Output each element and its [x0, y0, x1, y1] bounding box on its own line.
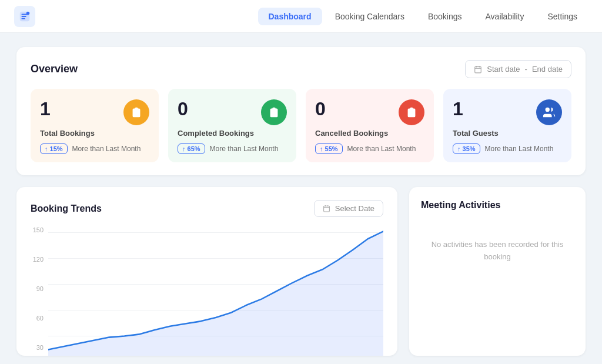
activities-card: Meeting Activities No activities has bee… — [409, 187, 586, 356]
chart-area: 150 120 90 60 30 — [31, 226, 383, 356]
total-bookings-badge: ↑ 15% — [40, 143, 68, 154]
svg-rect-2 — [475, 66, 481, 73]
cancelled-bookings-label: Cancelled Bookings — [315, 129, 424, 138]
stat-card-inner-completed: 0 — [178, 99, 287, 125]
completed-bookings-badge: ↑ 65% — [178, 143, 205, 154]
total-guests-label: Total Guests — [453, 129, 562, 138]
cancelled-bookings-more: More than Last Month — [347, 145, 416, 153]
y-label-30: 30 — [31, 344, 48, 351]
stat-card-completed-bookings: 0 Completed Bookings ↑ 65% More than Las… — [168, 89, 296, 162]
total-guests-value: 1 — [453, 99, 463, 118]
total-bookings-icon — [123, 99, 149, 125]
svg-point-1 — [26, 11, 30, 15]
date-separator: - — [525, 65, 527, 74]
svg-rect-6 — [323, 206, 329, 212]
total-bookings-footer: ↑ 15% More than Last Month — [40, 143, 149, 154]
bottom-row: Booking Trends Select Date 150 120 90 60… — [16, 187, 586, 356]
stat-card-total-bookings: 1 Total Bookings ↑ 15% More than Last Mo… — [31, 89, 159, 162]
completed-bookings-icon — [261, 99, 287, 125]
cancelled-bookings-icon — [399, 99, 424, 125]
trends-card: Booking Trends Select Date 150 120 90 60… — [16, 187, 397, 356]
total-guests-icon — [536, 99, 562, 125]
total-bookings-more: More than Last Month — [72, 145, 141, 153]
main-content: Overview Start date - End date 1 — [0, 33, 602, 364]
completed-bookings-more: More than Last Month — [210, 145, 279, 153]
date-end-placeholder: End date — [532, 65, 563, 74]
stat-card-inner-cancelled: 0 — [315, 99, 424, 125]
app-logo — [14, 6, 35, 27]
chart-svg — [48, 226, 383, 356]
cancelled-bookings-value: 0 — [315, 99, 326, 118]
total-guests-footer: ↑ 35% More than Last Month — [453, 143, 562, 154]
y-label-150: 150 — [31, 226, 48, 233]
y-label-90: 90 — [31, 285, 48, 292]
cancelled-bookings-footer: ↑ 55% More than Last Month — [315, 143, 424, 154]
cancelled-bookings-badge: ↑ 55% — [315, 143, 343, 154]
y-label-60: 60 — [31, 315, 48, 322]
total-bookings-label: Total Bookings — [40, 129, 149, 138]
total-guests-badge: ↑ 35% — [453, 143, 480, 154]
calendar-icon — [474, 65, 482, 74]
nav-item-booking-calendars[interactable]: Booking Calendars — [325, 8, 415, 25]
svg-marker-15 — [48, 231, 383, 356]
chart-y-labels: 150 120 90 60 30 — [31, 226, 48, 356]
overview-title: Overview — [31, 63, 78, 75]
calendar-small-icon — [323, 205, 330, 212]
main-nav: Dashboard Booking Calendars Bookings Ava… — [258, 8, 588, 25]
nav-item-dashboard[interactable]: Dashboard — [258, 8, 322, 25]
completed-bookings-value: 0 — [178, 99, 188, 118]
completed-bookings-label: Completed Bookings — [178, 129, 287, 138]
activities-title: Meeting Activities — [421, 200, 574, 211]
stat-card-total-guests: 1 Total Guests ↑ 35% More than Last Mont… — [443, 89, 571, 162]
stats-grid: 1 Total Bookings ↑ 15% More than Last Mo… — [31, 89, 571, 162]
stat-card-cancelled-bookings: 0 Cancelled Bookings ↑ 55% More than Las… — [306, 89, 434, 162]
header: Dashboard Booking Calendars Bookings Ava… — [0, 0, 602, 33]
stat-card-inner-guests: 1 — [453, 99, 562, 125]
trends-title: Booking Trends — [31, 203, 102, 214]
y-label-120: 120 — [31, 256, 48, 263]
completed-bookings-footer: ↑ 65% More than Last Month — [178, 143, 287, 154]
trends-header: Booking Trends Select Date — [31, 200, 383, 217]
select-date-label: Select Date — [335, 204, 374, 213]
total-guests-more: More than Last Month — [485, 145, 554, 153]
date-start-placeholder: Start date — [487, 65, 520, 74]
activities-empty-text: No activities has been recorded for this… — [421, 227, 574, 275]
nav-item-settings[interactable]: Settings — [537, 8, 588, 25]
overview-card: Overview Start date - End date 1 — [16, 47, 586, 175]
total-bookings-value: 1 — [40, 99, 51, 118]
stat-card-inner: 1 — [40, 99, 149, 125]
overview-header: Overview Start date - End date — [31, 60, 571, 78]
nav-item-bookings[interactable]: Bookings — [417, 8, 473, 25]
date-range-picker[interactable]: Start date - End date — [465, 60, 571, 78]
trends-date-select[interactable]: Select Date — [314, 200, 383, 217]
nav-item-availability[interactable]: Availability — [475, 8, 535, 25]
